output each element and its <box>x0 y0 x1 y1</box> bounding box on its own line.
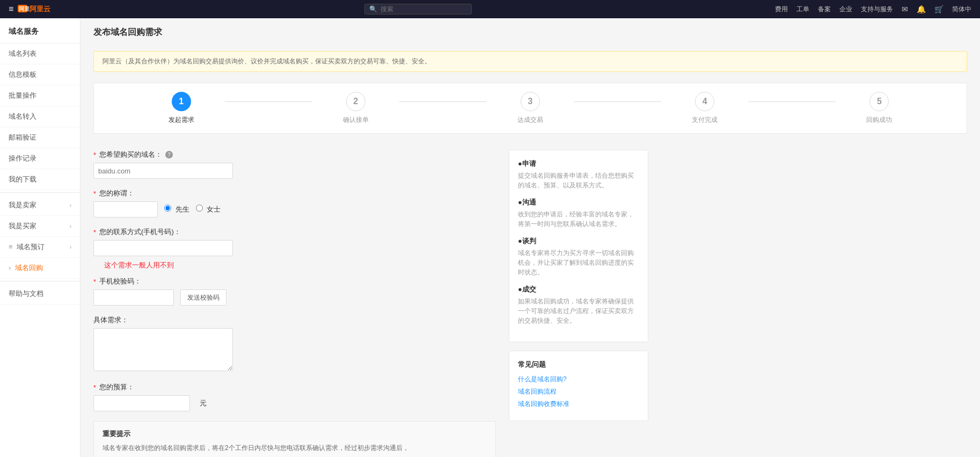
svg-text:阿里: 阿里 <box>19 6 30 12</box>
nav-item-ticket[interactable]: 工单 <box>796 5 809 14</box>
important-notice-text: 域名专家在收到您的域名回购需求后，将在2个工作日内尽快与您电话联系确认需求，经过… <box>103 443 487 457</box>
required-star: * <box>93 228 96 236</box>
info-banner: 阿里云（及其合作伙伴）为域名回购交易提供询价、议价并完成域名购买，保证买卖双方的… <box>93 51 967 72</box>
domain-label: * 您希望购买的域名： ? <box>93 150 496 159</box>
tip-text: 这个需求一般人用不到 <box>104 260 496 270</box>
form-group-captcha: * 手机校验码： 发送校验码 <box>93 277 496 306</box>
detail-label: 具体需求： <box>93 315 496 325</box>
search-icon: 🔍 <box>369 5 377 13</box>
main-layout: 域名服务 域名列表 信息模板 批量操作 域名转入 邮箱验证 操作记录 我的下载 … <box>0 18 980 457</box>
sidebar-item-batch[interactable]: 批量操作 <box>0 85 80 106</box>
nav-item-fees[interactable]: 费用 <box>775 5 788 14</box>
nav-item-icp[interactable]: 备案 <box>818 5 831 14</box>
phone-label: * 您的联系方式(手机号码)： <box>93 227 496 237</box>
aliyun-logo-svg: 阿里 阿里云 <box>18 3 61 14</box>
sidebar: 域名服务 域名列表 信息模板 批量操作 域名转入 邮箱验证 操作记录 我的下载 … <box>0 18 81 457</box>
faq-link-2[interactable]: 域名回购流程 <box>518 387 639 396</box>
step-5-label: 回购成功 <box>866 115 892 125</box>
sidebar-item-info-template[interactable]: 信息模板 <box>0 64 80 85</box>
phone-input[interactable] <box>93 240 233 256</box>
radio-mrs-label[interactable]: 女士 <box>196 205 221 214</box>
captcha-label: * 手机校验码： <box>93 277 496 286</box>
info-item-deal-content: 如果域名回购成功，域名专家将确保提供一个可靠的域名过户流程，保证买卖双方的交易快… <box>518 296 639 325</box>
step-4-circle: 4 <box>695 92 714 111</box>
budget-label: * 您的预算： <box>93 382 496 392</box>
required-star: * <box>93 151 96 159</box>
top-nav-right: 费用 工单 备案 企业 支持与服务 ✉ 🔔 🛒 简体中 <box>775 5 971 14</box>
budget-input[interactable] <box>93 395 190 411</box>
steps-container: 1 发起需求 2 确认接单 3 达成交易 4 支付完成 5 回购成功 <box>93 83 967 134</box>
info-item-negotiation-title: ●谈判 <box>518 236 639 246</box>
bell-icon[interactable]: 🔔 <box>917 5 926 13</box>
info-item-comm: ●沟通 收到您的申请后，经验丰富的域名专家，将第一时间与您联系确认域名需求。 <box>518 198 639 229</box>
sidebar-item-help[interactable]: 帮助与文档 <box>0 284 80 304</box>
step-4-label: 支付完成 <box>692 115 718 125</box>
radio-mr-label[interactable]: 先生 <box>164 205 189 214</box>
search-bar[interactable]: 🔍 <box>364 4 472 14</box>
sidebar-item-email-verify[interactable]: 邮箱验证 <box>0 127 80 148</box>
step-2: 2 确认接单 <box>268 92 443 125</box>
faq-title: 常见问题 <box>518 360 639 369</box>
send-code-button[interactable]: 发送校验码 <box>180 289 226 306</box>
nav-item-support[interactable]: 支持与服务 <box>861 5 893 14</box>
detail-textarea[interactable] <box>93 328 233 371</box>
info-item-comm-content: 收到您的申请后，经验丰富的域名专家，将第一时间与您联系确认域名需求。 <box>518 209 639 229</box>
captcha-inline-group: 发送校验码 <box>93 289 496 306</box>
faq-link-1[interactable]: 什么是域名回购? <box>518 375 639 384</box>
hamburger-icon[interactable]: ≡ <box>9 4 13 14</box>
important-notice-title: 重要提示 <box>103 429 487 439</box>
info-block: ●申请 提交域名回购服务申请表，结合您想购买的域名、预算、以及联系方式。 ●沟通… <box>509 150 648 342</box>
important-notice: 重要提示 域名专家在收到您的域名回购需求后，将在2个工作日内尽快与您电话联系确认… <box>93 421 496 457</box>
step-5-circle: 5 <box>869 92 889 111</box>
step-4: 4 支付完成 <box>618 92 792 125</box>
domain-input[interactable] <box>93 163 233 179</box>
sidebar-item-transfer-in[interactable]: 域名转入 <box>0 106 80 127</box>
main-content: 发布域名回购需求 阿里云（及其合作伙伴）为域名回购交易提供询价、议价并完成域名购… <box>81 18 980 457</box>
help-icon[interactable]: ? <box>165 151 173 158</box>
sidebar-item-domain-list[interactable]: 域名列表 <box>0 43 80 64</box>
chevron-right-icon: › <box>70 202 71 208</box>
sidebar-item-my-download[interactable]: 我的下载 <box>0 169 80 190</box>
required-star: * <box>93 278 96 286</box>
expand-icon: › <box>9 264 11 272</box>
sidebar-item-preorder[interactable]: ≡ 域名预订 › <box>0 237 80 258</box>
form-group-title: * 您的称谓： 先生 女士 <box>93 188 496 217</box>
form-group-domain: * 您希望购买的域名： ? <box>93 150 496 179</box>
search-input[interactable] <box>381 5 466 13</box>
radio-mrs[interactable] <box>196 205 203 212</box>
info-item-deal-title: ●成交 <box>518 285 639 294</box>
title-inline-group: 先生 女士 <box>93 201 496 217</box>
expand-icon: ≡ <box>9 243 13 251</box>
nav-item-enterprise[interactable]: 企业 <box>839 5 852 14</box>
sidebar-item-buyback[interactable]: › 域名回购 <box>0 258 80 279</box>
sidebar-title: 域名服务 <box>0 18 80 43</box>
logo-area: ≡ 阿里 阿里云 <box>9 3 61 16</box>
sidebar-item-buyer[interactable]: 我是买家 › <box>0 216 80 237</box>
required-star: * <box>93 383 96 391</box>
faq-block: 常见问题 什么是域名回购? 域名回购流程 域名回购收费标准 <box>509 351 648 421</box>
step-5: 5 回购成功 <box>792 92 967 125</box>
title-text-input[interactable] <box>93 201 158 217</box>
info-item-apply-title: ●申请 <box>518 159 639 169</box>
chevron-right-icon: › <box>70 223 71 229</box>
info-item-deal: ●成交 如果域名回购成功，域名专家将确保提供一个可靠的域名过户流程，保证买卖双方… <box>518 285 639 325</box>
faq-link-3[interactable]: 域名回购收费标准 <box>518 400 639 409</box>
radio-group-gender: 先生 女士 <box>164 205 221 214</box>
email-icon[interactable]: ✉ <box>902 5 908 13</box>
lang-switch[interactable]: 简体中 <box>952 5 971 14</box>
form-group-budget: * 您的预算： 元 <box>93 382 496 411</box>
form-main: * 您希望购买的域名： ? * 您的称谓： <box>93 150 496 457</box>
sidebar-item-seller[interactable]: 我是卖家 › <box>0 195 80 216</box>
radio-mr[interactable] <box>164 205 171 212</box>
step-2-label: 确认接单 <box>343 115 369 125</box>
logo-text: 阿里 阿里云 <box>18 3 61 16</box>
step-2-circle: 2 <box>346 92 365 111</box>
form-group-phone: * 您的联系方式(手机号码)： <box>93 227 496 256</box>
captcha-input[interactable] <box>93 289 174 306</box>
info-item-negotiation: ●谈判 域名专家将尽力为买方寻求一切域名回购机会，并让买家了解到域名回购进度的实… <box>518 236 639 277</box>
info-item-apply-content: 提交域名回购服务申请表，结合您想购买的域名、预算、以及联系方式。 <box>518 171 639 190</box>
sidebar-item-op-log[interactable]: 操作记录 <box>0 148 80 169</box>
budget-unit: 元 <box>200 398 207 408</box>
step-1-circle: 1 <box>172 92 191 111</box>
cart-icon[interactable]: 🛒 <box>934 5 944 13</box>
